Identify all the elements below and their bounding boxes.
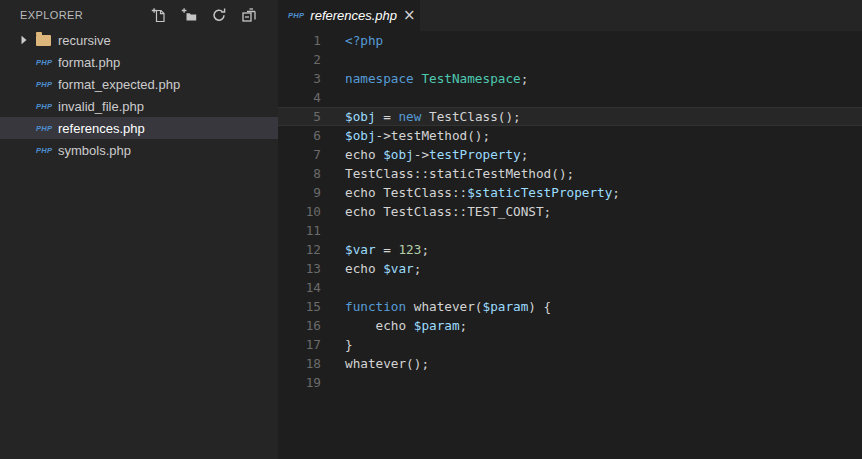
line-content: }: [321, 335, 353, 354]
sidebar-item-recursive[interactable]: recursive: [0, 29, 278, 51]
explorer-sidebar: EXPLORER: [0, 0, 278, 459]
code-line-8[interactable]: 8TestClass::staticTestMethod();: [278, 164, 862, 183]
new-file-button[interactable]: [150, 6, 167, 23]
php-file-icon: PHP: [288, 11, 304, 20]
line-number: 1: [278, 31, 321, 50]
code-line-19[interactable]: 19: [278, 373, 862, 392]
line-content: echo TestClass::$staticTestProperty;: [321, 183, 620, 202]
code-line-4[interactable]: 4: [278, 88, 862, 107]
code-line-18[interactable]: 18whatever();: [278, 354, 862, 373]
file-label: references.php: [58, 121, 145, 136]
code-line-15[interactable]: 15function whatever($param) {: [278, 297, 862, 316]
sidebar-item-symbols-php[interactable]: PHPsymbols.php: [0, 139, 278, 161]
line-content: [321, 50, 345, 69]
line-number: 5: [278, 107, 321, 126]
php-file-icon: PHP: [36, 124, 58, 133]
line-content: echo $param;: [321, 316, 467, 335]
code-line-13[interactable]: 13echo $var;: [278, 259, 862, 278]
line-number: 4: [278, 88, 321, 107]
explorer-actions: [150, 6, 257, 23]
line-number: 7: [278, 145, 321, 164]
line-number: 19: [278, 373, 321, 392]
code-line-17[interactable]: 17}: [278, 335, 862, 354]
line-number: 17: [278, 335, 321, 354]
line-number: 15: [278, 297, 321, 316]
code-line-7[interactable]: 7echo $obj->testProperty;: [278, 145, 862, 164]
code-line-9[interactable]: 9echo TestClass::$staticTestProperty;: [278, 183, 862, 202]
explorer-header: EXPLORER: [0, 0, 278, 29]
file-label: symbols.php: [58, 143, 131, 158]
line-content: namespace TestNamespace;: [321, 69, 528, 88]
code-line-16[interactable]: 16 echo $param;: [278, 316, 862, 335]
sidebar-item-references-php[interactable]: PHPreferences.php: [0, 117, 278, 139]
chevron-right-icon: [20, 35, 36, 45]
code-line-5[interactable]: 5$obj = new TestClass();: [278, 107, 862, 126]
php-file-icon: PHP: [36, 102, 58, 111]
line-number: 14: [278, 278, 321, 297]
refresh-icon: [211, 7, 227, 23]
line-content: function whatever($param) {: [321, 297, 551, 316]
file-label: format_expected.php: [58, 77, 180, 92]
line-content: echo TestClass::TEST_CONST;: [321, 202, 551, 221]
explorer-title: EXPLORER: [20, 9, 83, 21]
new-folder-button[interactable]: [180, 6, 197, 23]
code-line-14[interactable]: 14: [278, 278, 862, 297]
sidebar-item-format-php[interactable]: PHPformat.php: [0, 51, 278, 73]
collapse-all-icon: [241, 7, 257, 23]
code-editor[interactable]: 1<?php23namespace TestNamespace;45$obj =…: [278, 31, 862, 459]
line-number: 9: [278, 183, 321, 202]
tab-label: references.php: [310, 8, 397, 23]
line-content: echo $var;: [321, 259, 421, 278]
tab-references-php[interactable]: PHP references.php ×: [278, 0, 420, 31]
php-file-icon: PHP: [36, 58, 58, 67]
line-number: 18: [278, 354, 321, 373]
folder-icon: [36, 35, 58, 46]
line-number: 2: [278, 50, 321, 69]
line-content: $var = 123;: [321, 240, 429, 259]
line-number: 16: [278, 316, 321, 335]
sidebar-item-invalid-file-php[interactable]: PHPinvalid_file.php: [0, 95, 278, 117]
line-content: [321, 221, 345, 240]
file-label: invalid_file.php: [58, 99, 144, 114]
code-line-11[interactable]: 11: [278, 221, 862, 240]
line-number: 6: [278, 126, 321, 145]
line-content: $obj->testMethod();: [321, 126, 490, 145]
code-line-2[interactable]: 2: [278, 50, 862, 69]
new-file-icon: [151, 7, 167, 23]
code-line-12[interactable]: 12$var = 123;: [278, 240, 862, 259]
line-content: TestClass::staticTestMethod();: [321, 164, 574, 183]
sidebar-item-format-expected-php[interactable]: PHPformat_expected.php: [0, 73, 278, 95]
line-content: [321, 88, 345, 107]
vscode-window: EXPLORER: [0, 0, 862, 459]
line-content: whatever();: [321, 354, 429, 373]
line-content: echo $obj->testProperty;: [321, 145, 528, 164]
code-line-1[interactable]: 1<?php: [278, 31, 862, 50]
code-line-3[interactable]: 3namespace TestNamespace;: [278, 69, 862, 88]
code-line-6[interactable]: 6$obj->testMethod();: [278, 126, 862, 145]
editor-group: PHP references.php × 1<?php23namespace T…: [278, 0, 862, 459]
line-number: 12: [278, 240, 321, 259]
file-tree: recursivePHPformat.phpPHPformat_expected…: [0, 29, 278, 161]
line-number: 8: [278, 164, 321, 183]
file-label: recursive: [58, 33, 111, 48]
new-folder-icon: [181, 7, 197, 23]
file-label: format.php: [58, 55, 120, 70]
line-content: [321, 373, 345, 392]
line-number: 3: [278, 69, 321, 88]
line-content: <?php: [321, 31, 383, 50]
collapse-folders-button[interactable]: [240, 6, 257, 23]
line-content: $obj = new TestClass();: [321, 107, 521, 126]
line-number: 11: [278, 221, 321, 240]
refresh-explorer-button[interactable]: [210, 6, 227, 23]
line-number: 10: [278, 202, 321, 221]
code-line-10[interactable]: 10echo TestClass::TEST_CONST;: [278, 202, 862, 221]
tab-close-icon[interactable]: ×: [403, 8, 416, 24]
php-file-icon: PHP: [36, 80, 58, 89]
line-number: 13: [278, 259, 321, 278]
php-file-icon: PHP: [36, 146, 58, 155]
tab-bar: PHP references.php ×: [278, 0, 862, 31]
line-content: [321, 278, 345, 297]
